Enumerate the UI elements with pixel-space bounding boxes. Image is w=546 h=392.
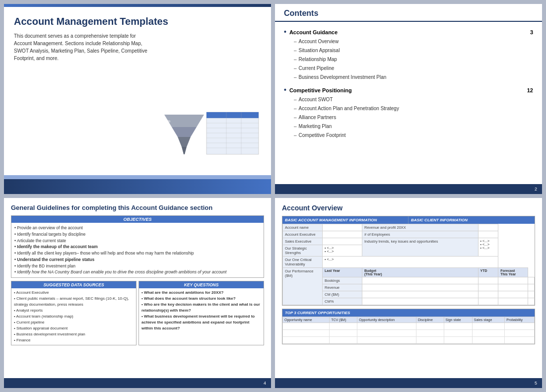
table-row-perf-header: Our Performance ($M) Last Year Budget(Th… <box>283 268 535 277</box>
slide-3-page-num: 4 <box>264 381 266 386</box>
opp-col: Opportunity name <box>283 317 330 323</box>
basic-client-header: BASIC CLIENT INFORMATION <box>409 216 535 224</box>
row-right-label: Industry trends, key issues and opportun… <box>362 238 478 257</box>
row-value <box>323 231 362 238</box>
opp-row <box>283 323 535 330</box>
table-row: Account name Revenue and profit 20XX <box>283 224 535 231</box>
bullet-icon: • <box>284 86 286 94</box>
objectives-box: OBJECTIVES • Provide an overview of the … <box>11 215 264 278</box>
opp-row <box>283 330 535 337</box>
slide-4-bottom-bar: 5 <box>275 378 542 388</box>
slide-1-title: Account Management Templates <box>14 16 261 27</box>
perf-cell <box>528 298 534 305</box>
table-header-row: BASIC ACCOUNT MANAGEMENT INFORMATION BAS… <box>282 216 535 224</box>
slide-1: Account Management Templates This docume… <box>4 4 271 194</box>
svg-text:Develop: Develop <box>163 139 172 142</box>
svg-marker-1 <box>172 127 197 137</box>
perf-row-label: CM ($M) <box>323 291 362 298</box>
slide-4-content: Account Overview BASIC ACCOUNT MANAGEMEN… <box>275 198 542 378</box>
row-right-label: Revenue and profit 20XX <box>362 224 478 231</box>
table-row: Our One Critical Vulnerability • <...> <box>283 257 535 268</box>
slide-2-content: • Account Guidance 3 Account Overview Si… <box>275 22 542 184</box>
section-title-competitive: • Competitive Positioning 12 <box>284 86 533 94</box>
src-item: • Finance <box>14 337 134 343</box>
perf-row-label: CM% <box>323 298 362 305</box>
perf-cell <box>478 298 498 305</box>
section-label-guidance: Account Guidance <box>289 29 338 35</box>
sub-item: Account SWOT <box>294 95 533 104</box>
perf-cell <box>362 298 478 305</box>
src-item: • Situation appraisal document <box>14 326 134 331</box>
funnel-illustration: Qualify Propose Develop Complete <box>162 110 261 169</box>
svg-marker-3 <box>182 147 187 154</box>
opp-col: TCV ($M) <box>330 317 357 323</box>
svg-marker-2 <box>178 137 191 147</box>
sub-item: Alliance Partners <box>294 113 533 122</box>
obj-item: • Provide an overview of the account <box>14 225 261 231</box>
slide-4: Account Overview BASIC ACCOUNT MANAGEMEN… <box>275 198 542 388</box>
sub-items-competitive: Account SWOT Account Action Plan and Pen… <box>294 95 533 140</box>
opp-col: Sign state <box>444 317 472 323</box>
sources-header: SUGGESTED DATA SOURCES <box>11 281 136 288</box>
bottom-dark-bar <box>4 179 271 194</box>
table-row: Sales Executive Industry trends, key iss… <box>283 238 535 245</box>
sub-item: Situation Appraisal <box>294 46 533 55</box>
slide-1-content: Account Management Templates This docume… <box>4 7 271 175</box>
q-item: • What business development investment w… <box>141 314 261 331</box>
q-item: • Who are the key decision makers in the… <box>141 302 261 314</box>
row-label: Our Strategic Strengths <box>283 245 323 257</box>
account-table-wrapper: BASIC ACCOUNT MANAGEMENT INFORMATION BAS… <box>282 216 535 306</box>
sub-item: Marketing Plan <box>294 122 533 131</box>
perf-cell <box>498 298 528 305</box>
slide-2: Contents • Account Guidance 3 Account Ov… <box>275 4 542 194</box>
src-item: • Business development investment plan <box>14 331 134 337</box>
slide-3-bottom-bar: 4 <box>4 378 271 388</box>
slide-1-image: Qualify Propose Develop Complete <box>162 110 261 169</box>
opp-header-row: Opportunity name TCV ($M) Opportunity de… <box>283 317 535 323</box>
row-label: Our Performance ($M) <box>283 268 323 305</box>
perf-cell <box>362 277 478 284</box>
contents-title: Contents <box>284 9 533 18</box>
slide-2-header: Contents <box>275 4 542 22</box>
perf-cell <box>478 291 498 298</box>
row-right-value <box>478 231 498 238</box>
basic-account-header: BASIC ACCOUNT MANAGEMENT INFORMATION <box>282 216 409 224</box>
obj-item: • Understand the current pipeline status <box>14 257 261 263</box>
questions-header: KEY QUESTIONS <box>139 281 264 288</box>
svg-rect-4 <box>206 112 259 154</box>
sub-items-guidance: Account Overview Situation Appraisal Rel… <box>294 37 533 82</box>
perf-cell <box>528 291 534 298</box>
src-item: • Current pipeline <box>14 320 134 326</box>
row-right-value <box>478 224 498 231</box>
slide-3-content: General Guidelines for completing this A… <box>4 198 271 378</box>
perf-cell <box>498 284 528 291</box>
svg-text:Complete: Complete <box>163 149 174 152</box>
src-item: • Account Executive <box>14 290 134 296</box>
sources-content: • Account Executive • Client public mate… <box>11 288 136 345</box>
opportunities-section: TOP 3 CURRENT OPPORTUNITIES Opportunity … <box>282 309 535 344</box>
row-label: Sales Executive <box>283 238 323 245</box>
src-item: • Account team (relationship map) <box>14 314 134 320</box>
opp-header: TOP 3 CURRENT OPPORTUNITIES <box>282 309 535 317</box>
obj-item: • Identify all the client key players– t… <box>14 250 261 257</box>
sub-item: Competitive Footprint <box>294 131 533 140</box>
bottom-light-bar <box>4 175 271 179</box>
perf-col-header: YTD <box>478 268 498 277</box>
perf-cell <box>478 284 498 291</box>
slide-4-page-num: 5 <box>535 381 537 386</box>
row-label: Account name <box>283 224 323 231</box>
perf-row-label: Bookings <box>323 277 362 284</box>
row-value <box>323 224 362 231</box>
svg-text:Propose: Propose <box>163 130 172 132</box>
src-item: • Analyst reports <box>14 308 134 314</box>
obj-item: • Identify the makeup of the account tea… <box>14 244 261 250</box>
opp-row <box>283 337 535 344</box>
row-value: • <...>• <...> <box>323 245 362 257</box>
row-value: • <...> <box>323 257 498 268</box>
row-right-value: • <...>• <...>• <...> <box>478 238 498 257</box>
slide-2-bottom-bar: 2 <box>275 184 542 194</box>
src-item: • Client public materials – annual repor… <box>14 296 134 308</box>
obj-item: • Identify the BD investment plan <box>14 263 261 269</box>
opp-col: Sales stage <box>472 317 505 323</box>
opp-col: Discipline <box>416 317 444 323</box>
